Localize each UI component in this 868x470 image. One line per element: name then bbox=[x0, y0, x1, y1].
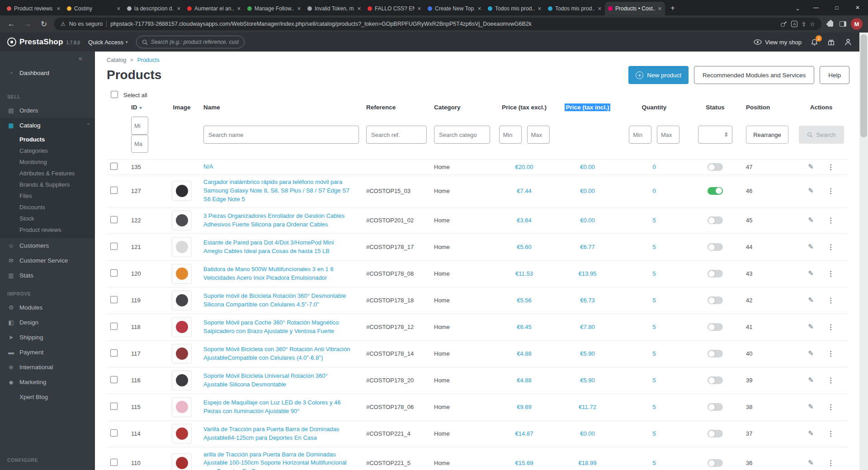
status-toggle[interactable] bbox=[708, 430, 723, 437]
sidebar-item-customer-service[interactable]: ✉Customer Service bbox=[0, 253, 95, 268]
price-tax-excl-link[interactable]: €9.69 bbox=[517, 404, 532, 410]
tab-close-icon[interactable]: ✕ bbox=[598, 6, 602, 12]
quick-access-dropdown[interactable]: Quick Access▾ bbox=[88, 39, 128, 46]
quantity-link[interactable]: 0 bbox=[652, 188, 656, 194]
close-window-button[interactable]: ✕ bbox=[847, 0, 868, 15]
quantity-link[interactable]: 5 bbox=[652, 324, 656, 330]
column-header-position[interactable]: Position bbox=[742, 104, 792, 111]
product-name-link[interactable]: arilla de Tracción para Puerta Barra de … bbox=[203, 451, 359, 470]
status-toggle[interactable] bbox=[708, 459, 723, 467]
sidebar-item-payment[interactable]: ▬Payment bbox=[0, 345, 95, 360]
translate-icon[interactable]: A bbox=[791, 21, 797, 27]
tab-close-icon[interactable]: ✕ bbox=[117, 6, 121, 12]
header-search[interactable] bbox=[136, 36, 245, 48]
kebab-menu-icon[interactable]: ⋮ bbox=[827, 269, 835, 278]
sidebar-subitem-categories[interactable]: Categories bbox=[0, 145, 95, 156]
header-search-input[interactable] bbox=[151, 39, 239, 45]
sidebar-subitem-files[interactable]: Files bbox=[0, 190, 95, 202]
price-tax-incl-link[interactable]: €18.99 bbox=[579, 460, 597, 466]
kebab-menu-icon[interactable]: ⋮ bbox=[827, 376, 835, 385]
product-name-link[interactable]: Batidora de Mano 500W Multifuncionales 3… bbox=[203, 265, 359, 282]
column-header-category[interactable]: Category bbox=[430, 104, 494, 111]
price-tax-excl-link[interactable]: €14.87 bbox=[515, 430, 533, 437]
sidebar-item-stats[interactable]: ▥Stats bbox=[0, 268, 95, 283]
reload-button[interactable]: ↻ bbox=[38, 19, 50, 29]
quantity-link[interactable]: 5 bbox=[652, 404, 656, 410]
product-name-link[interactable]: Estante de Pared para Dot 4/Dot 3/HomePo… bbox=[203, 239, 359, 256]
price-tax-incl-link[interactable]: €6.77 bbox=[580, 244, 595, 250]
column-header-name[interactable]: Name bbox=[200, 104, 363, 111]
product-name-link[interactable]: N/A bbox=[203, 163, 359, 171]
row-checkbox[interactable] bbox=[110, 429, 118, 437]
kebab-menu-icon[interactable]: ⋮ bbox=[827, 459, 835, 467]
tab-close-icon[interactable]: ✕ bbox=[538, 6, 542, 12]
status-toggle[interactable] bbox=[708, 187, 723, 195]
status-toggle[interactable] bbox=[708, 323, 723, 331]
tab-close-icon[interactable]: ✕ bbox=[417, 6, 421, 12]
column-header-quantity[interactable]: Quantity bbox=[620, 104, 688, 111]
edit-pencil-icon[interactable]: ✎ bbox=[808, 243, 814, 251]
new-product-button[interactable]: + New product bbox=[628, 66, 689, 84]
sidebar-item-shipping[interactable]: ➤Shipping bbox=[0, 330, 95, 345]
prestashop-logo[interactable]: PrestaShop 1.7.8.6 bbox=[7, 38, 80, 47]
sidebar-subitem-discounts[interactable]: Discounts bbox=[0, 202, 95, 213]
share-icon[interactable]: ⇧ bbox=[801, 21, 806, 28]
back-button[interactable]: ← bbox=[5, 19, 17, 28]
price-tax-excl-link[interactable]: €5.56 bbox=[517, 297, 532, 304]
status-toggle[interactable] bbox=[708, 216, 723, 224]
edit-pencil-icon[interactable]: ✎ bbox=[808, 403, 814, 411]
row-checkbox[interactable] bbox=[110, 163, 118, 170]
price-tax-excl-link[interactable]: €20.00 bbox=[515, 164, 533, 170]
product-name-link[interactable]: Cargador inalámbrico rápido para teléfon… bbox=[203, 178, 359, 204]
price-tax-excl-link[interactable]: €4.88 bbox=[517, 350, 532, 357]
filter-id-max-input[interactable] bbox=[131, 135, 148, 153]
price-tax-excl-link[interactable]: €5.60 bbox=[517, 244, 532, 250]
kebab-menu-icon[interactable]: ⋮ bbox=[827, 216, 835, 225]
sidebar-item-orders[interactable]: ▤Orders bbox=[0, 103, 95, 118]
rearrange-button[interactable]: Rearrange bbox=[746, 126, 788, 144]
page-scrollbar[interactable] bbox=[859, 33, 868, 470]
sidebar-item-modules[interactable]: ⚙Modules bbox=[0, 300, 95, 315]
price-tax-excl-link[interactable]: €7.44 bbox=[517, 188, 532, 194]
row-checkbox[interactable] bbox=[110, 296, 118, 303]
row-checkbox[interactable] bbox=[110, 187, 118, 194]
filter-category-input[interactable] bbox=[434, 126, 490, 144]
status-toggle[interactable] bbox=[708, 163, 723, 171]
kebab-menu-icon[interactable]: ⋮ bbox=[827, 429, 835, 438]
edit-pencil-icon[interactable]: ✎ bbox=[808, 349, 814, 358]
sidebar-subitem-product-reviews[interactable]: Product reviews bbox=[0, 224, 95, 235]
browser-tab[interactable]: Product reviews✕ bbox=[4, 2, 64, 15]
browser-tab[interactable]: Aumentar el an...✕ bbox=[184, 2, 244, 15]
quantity-link[interactable]: 5 bbox=[652, 460, 656, 466]
status-toggle[interactable] bbox=[708, 243, 723, 251]
filter-quantity-max-input[interactable] bbox=[657, 126, 679, 144]
filter-price-max-input[interactable] bbox=[527, 126, 550, 144]
product-name-link[interactable]: Soporte Móvil para Coche 360° Rotación M… bbox=[203, 319, 359, 336]
column-header-price-tax-excl[interactable]: Price (tax excl.) bbox=[494, 104, 555, 111]
recommended-modules-button[interactable]: Recommended Modules and Services bbox=[694, 66, 814, 84]
sidebar-subitem-monitoring[interactable]: Monitoring bbox=[0, 156, 95, 168]
price-tax-incl-link[interactable]: €5.90 bbox=[580, 377, 595, 384]
row-checkbox[interactable] bbox=[110, 376, 118, 383]
quantity-link[interactable]: 5 bbox=[652, 217, 656, 224]
forward-button[interactable]: → bbox=[22, 19, 33, 28]
quantity-link[interactable]: 5 bbox=[652, 350, 656, 357]
kebab-menu-icon[interactable]: ⋮ bbox=[827, 403, 835, 411]
browser-tab[interactable]: Todos mis prod...✕ bbox=[485, 2, 545, 15]
row-checkbox[interactable] bbox=[110, 323, 118, 330]
price-tax-incl-link[interactable]: €0.00 bbox=[580, 164, 595, 170]
edit-pencil-icon[interactable]: ✎ bbox=[808, 376, 814, 385]
price-tax-incl-link[interactable]: €0.00 bbox=[580, 430, 595, 437]
status-toggle[interactable] bbox=[708, 270, 723, 277]
row-checkbox[interactable] bbox=[110, 269, 118, 277]
tab-close-icon[interactable]: ✕ bbox=[297, 6, 301, 12]
edit-pencil-icon[interactable]: ✎ bbox=[808, 429, 814, 438]
maximize-button[interactable]: □ bbox=[826, 0, 847, 15]
price-tax-incl-link[interactable]: €5.90 bbox=[580, 350, 595, 357]
quantity-link[interactable]: 5 bbox=[652, 297, 656, 304]
edit-pencil-icon[interactable]: ✎ bbox=[808, 459, 814, 467]
price-tax-incl-link[interactable]: €11.72 bbox=[579, 404, 596, 410]
price-tax-incl-link[interactable]: €7.80 bbox=[580, 324, 595, 330]
status-toggle[interactable] bbox=[708, 296, 723, 304]
side-panel-icon[interactable] bbox=[840, 21, 846, 27]
